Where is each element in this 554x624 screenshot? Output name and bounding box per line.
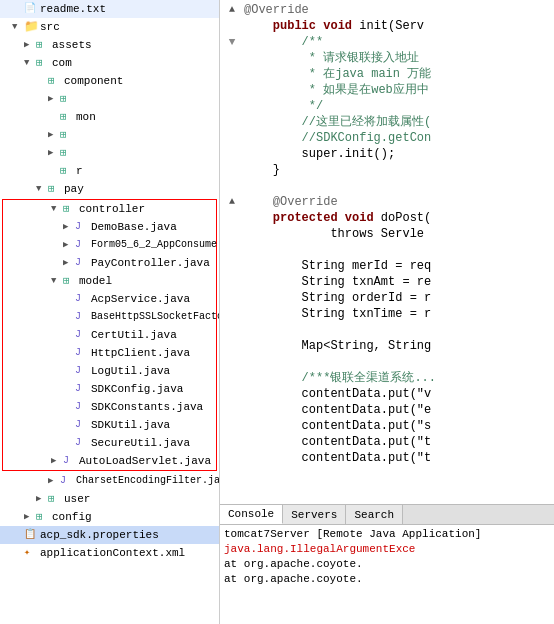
package-icon: ⊞ [48,181,62,197]
gutter-marker: ▲ [224,2,240,18]
console-line: tomcat7Server [Remote Java Application] [224,527,550,542]
tree-arrow: ▼ [12,19,24,35]
tree-item-paycontroller[interactable]: ▶ J PayController.java [3,254,216,272]
code-line: super.init(); [220,146,554,162]
tree-label: config [52,509,92,525]
tree-item-mon[interactable]: ⊞ mon [0,108,219,126]
tree-item-r[interactable]: ⊞ r [0,162,219,180]
tree-item-sub2[interactable]: ▶ ⊞ [0,126,219,144]
code-line: //这里已经将加载属性( [220,114,554,130]
java-file-icon: J [75,399,89,415]
tree-item-assets[interactable]: ▶ ⊞ assets [0,36,219,54]
tree-label: SDKUtil.java [91,417,170,433]
code-editor[interactable]: ▲ @Override public void init(Serv ▼ /** … [220,0,554,504]
tree-label: applicationContext.xml [40,545,185,561]
package-icon: ⊞ [63,273,77,289]
tree-item-config[interactable]: ▶ ⊞ config [0,508,219,526]
code-line: } [220,162,554,178]
tree-item-sub1[interactable]: ▶ ⊞ [0,90,219,108]
right-panel: ▲ @Override public void init(Serv ▼ /** … [220,0,554,624]
tree-item-model[interactable]: ▼ ⊞ model [3,272,216,290]
tree-item-acp-sdk[interactable]: 📋 acp_sdk.properties [0,526,219,544]
console-line: at org.apache.coyote. [224,557,550,572]
tree-item-demobase[interactable]: ▶ J DemoBase.java [3,218,216,236]
code-text: @Override [244,194,338,210]
tree-label: SDKConfig.java [91,381,183,397]
tree-item-readme[interactable]: 📄 readme.txt [0,0,219,18]
txt-file-icon: 📄 [24,1,38,17]
tree-label: acp_sdk.properties [40,527,159,543]
tree-arrow: ▶ [48,473,60,489]
tree-item-src[interactable]: ▼ 📁 src [0,18,219,36]
tree-label: component [64,73,123,89]
code-text: contentData.put("t [244,450,431,466]
tree-arrow: ▼ [24,55,36,71]
tab-search[interactable]: Search [346,505,403,524]
tree-label: Form05_6_2_AppConsume... [91,237,220,253]
tree-label: BaseHttpSSLSocketFactory... [91,309,220,325]
code-line: ▼ /** [220,34,554,50]
tree-item-basehttpssl[interactable]: J BaseHttpSSLSocketFactory... [3,308,216,326]
package-icon: ⊞ [48,73,62,89]
tree-item-controller[interactable]: ▼ ⊞ controller [3,200,216,218]
tree-item-logutil[interactable]: J LogUtil.java [3,362,216,380]
tree-item-form05[interactable]: ▶ J Form05_6_2_AppConsume... [3,236,216,254]
java-file-icon: J [75,255,89,271]
tree-arrow: ▼ [36,181,48,197]
code-text: protected void doPost( [244,210,431,226]
gutter-marker: ▼ [224,34,240,50]
code-line: protected void doPost( [220,210,554,226]
tab-servers[interactable]: Servers [283,505,346,524]
code-text: String orderId = r [244,290,431,306]
tree-label: HttpClient.java [91,345,190,361]
tree-item-sdkconstants[interactable]: J SDKConstants.java [3,398,216,416]
tree-item-sdkutil[interactable]: J SDKUtil.java [3,416,216,434]
code-line [220,322,554,338]
tree-item-charset[interactable]: ▶ J CharsetEncodingFilter.java [0,472,219,490]
code-text: contentData.put("t [244,434,431,450]
code-line [220,178,554,194]
tree-arrow: ▼ [51,273,63,289]
code-line: Map<String, String [220,338,554,354]
tree-item-sdkconfig[interactable]: J SDKConfig.java [3,380,216,398]
tree-label: PayController.java [91,255,210,271]
console-output: tomcat7Server [Remote Java Application] … [220,525,554,624]
tab-console[interactable]: Console [220,505,283,524]
tree-label: LogUtil.java [91,363,170,379]
java-file-icon: J [75,309,89,325]
code-text: throws Servle [244,226,424,242]
java-file-icon: J [75,291,89,307]
file-tree[interactable]: 📄 readme.txt ▼ 📁 src ▶ ⊞ assets ▼ ⊞ com … [0,0,220,624]
tree-item-secureutil[interactable]: J SecureUtil.java [3,434,216,452]
package-icon: ⊞ [60,163,74,179]
code-line: contentData.put("t [220,434,554,450]
tree-arrow: ▶ [51,453,63,469]
code-text: String txnAmt = re [244,274,431,290]
tree-arrow: ▶ [48,91,60,107]
tree-item-httpclient[interactable]: J HttpClient.java [3,344,216,362]
tree-item-acpservice[interactable]: J AcpService.java [3,290,216,308]
code-line: throws Servle [220,226,554,242]
tree-item-certutil[interactable]: J CertUtil.java [3,326,216,344]
tree-item-appcontext[interactable]: ✦ applicationContext.xml [0,544,219,562]
tree-label: CharsetEncodingFilter.java [76,473,220,489]
code-text: super.init(); [244,146,395,162]
code-line: contentData.put("s [220,418,554,434]
java-file-icon: J [75,381,89,397]
tree-item-sub3[interactable]: ▶ ⊞ [0,144,219,162]
tree-item-com[interactable]: ▼ ⊞ com [0,54,219,72]
tree-label: assets [52,37,92,53]
tree-arrow: ▶ [24,37,36,53]
code-text: * 如果是在web应用中 [244,82,429,98]
tree-item-component[interactable]: ⊞ component [0,72,219,90]
tree-item-autoload[interactable]: ▶ J AutoLoadServlet.java [3,452,216,470]
code-text: /***银联全渠道系统... [244,370,436,386]
tab-servers-label: Servers [291,509,337,521]
tab-search-label: Search [354,509,394,521]
tree-item-pay[interactable]: ▼ ⊞ pay [0,180,219,198]
code-line: String txnAmt = re [220,274,554,290]
code-text: public void init(Serv [244,18,424,34]
tree-item-user[interactable]: ▶ ⊞ user [0,490,219,508]
java-file-icon: J [60,473,74,489]
code-line: * 在java main 万能 [220,66,554,82]
